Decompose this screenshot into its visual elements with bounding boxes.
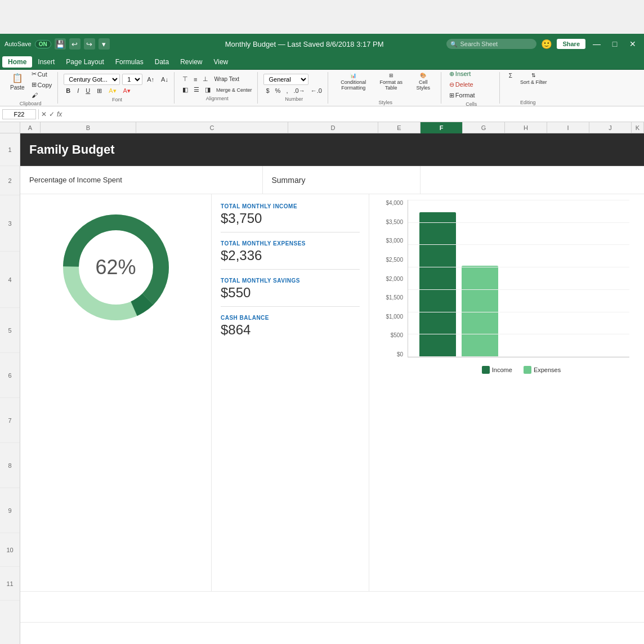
align-right-button[interactable]: ◨: [203, 85, 213, 95]
number-group: General $ % , .0→ ←.0 Number: [260, 72, 328, 104]
align-middle-button[interactable]: ≡: [191, 75, 199, 84]
percent-button[interactable]: %: [273, 86, 283, 95]
fill-color-button[interactable]: A▾: [106, 86, 118, 96]
menu-data[interactable]: Data: [149, 56, 175, 68]
y-label-3000: $3,000: [386, 238, 403, 244]
col-header-c[interactable]: C: [136, 122, 288, 133]
font-color-button[interactable]: A▾: [121, 86, 133, 96]
align-left-button[interactable]: ◧: [180, 85, 190, 95]
grid-content: Family Budget Percentage of Income Spent…: [20, 133, 644, 644]
copy-icon: ⊞: [32, 81, 37, 88]
chart-legend: Income Expenses: [408, 360, 635, 380]
col-header-j[interactable]: J: [589, 122, 632, 133]
savings-label: TOTAL MONTHLY SAVINGS: [221, 278, 360, 284]
font-selector[interactable]: Century Got...: [64, 74, 120, 85]
expenses-value: $2,336: [221, 248, 360, 263]
decrease-font-button[interactable]: A↓: [159, 75, 171, 84]
bars-container: [408, 200, 629, 357]
row-num-5: 5: [0, 308, 20, 353]
currency-button[interactable]: $: [263, 86, 271, 95]
minimize-icon[interactable]: —: [590, 37, 603, 51]
delete-cells-button[interactable]: ⊖ Delete: [447, 80, 477, 90]
percentage-income-label: Percentage of Income Spent: [20, 166, 262, 194]
col-header-g[interactable]: G: [463, 122, 505, 133]
customize-icon[interactable]: ▾: [99, 38, 110, 50]
fx-label: fx: [57, 110, 62, 118]
confirm-formula-icon[interactable]: ✓: [49, 110, 55, 118]
wrap-text-button[interactable]: Wrap Text: [212, 75, 242, 83]
title-bar-left: AutoSave ON 💾 ↩ ↪ ▾: [5, 38, 162, 50]
title-bar-right: 🔍 🙂 Share — □ ✕: [446, 37, 639, 51]
merge-center-button[interactable]: Merge & Center: [214, 86, 254, 94]
col-header-e[interactable]: E: [378, 122, 421, 133]
paste-button[interactable]: 📋 Paste: [7, 70, 28, 99]
align-bottom-button[interactable]: ⊥: [200, 74, 211, 84]
ribbon: 📋 Paste ✂ Cut ⊞ Copy 🖌 Clipboard Century…: [0, 70, 644, 106]
col-header-h[interactable]: H: [505, 122, 547, 133]
italic-button[interactable]: I: [75, 86, 81, 95]
menu-page-layout[interactable]: Page Layout: [60, 56, 109, 68]
donut-percent-label: 62%: [95, 256, 136, 279]
y-label-2500: $2,500: [386, 257, 403, 263]
menu-review[interactable]: Review: [175, 56, 208, 68]
income-value: $3,750: [221, 211, 360, 226]
save-icon[interactable]: 💾: [55, 38, 66, 50]
title-row: Family Budget: [20, 133, 644, 166]
format-as-table-button[interactable]: ⊞ Format as Table: [374, 70, 408, 99]
chart-area-header: [420, 166, 645, 194]
menu-view[interactable]: View: [208, 56, 234, 68]
clipboard-group: 📋 Paste ✂ Cut ⊞ Copy 🖌 Clipboard: [3, 72, 58, 104]
expenses-bar: [462, 266, 498, 357]
decrease-decimal-button[interactable]: ←.0: [308, 86, 324, 95]
search-input[interactable]: [446, 39, 536, 49]
share-button[interactable]: Share: [557, 39, 585, 49]
row-2: Percentage of Income Spent Summary: [20, 166, 644, 194]
cut-button[interactable]: ✂ Cut: [29, 69, 55, 79]
row-10: [20, 591, 644, 622]
border-button[interactable]: ⊞: [95, 86, 104, 96]
autosave-toggle[interactable]: ON: [35, 40, 51, 48]
col-header-i[interactable]: I: [547, 122, 589, 133]
font-size-selector[interactable]: 11: [122, 74, 142, 85]
menu-insert[interactable]: Insert: [32, 56, 60, 68]
y-label-0: $0: [397, 351, 403, 357]
col-header-f[interactable]: F: [421, 122, 463, 133]
menu-home[interactable]: Home: [2, 56, 32, 68]
spreadsheet-area: 1 2 3 4 5 6 7 8 9 10 11 Family Budget Pe…: [0, 133, 644, 644]
balance-label: CASH BALANCE: [221, 315, 360, 321]
underline-button[interactable]: U: [83, 86, 92, 95]
format-painter-button[interactable]: 🖌: [29, 91, 55, 100]
document-title: Monthly Budget — Last Saved 8/6/2018 3:1…: [162, 40, 446, 48]
col-header-d[interactable]: D: [288, 122, 378, 133]
cell-reference-input[interactable]: [2, 109, 36, 119]
align-center-button[interactable]: ☰: [191, 85, 202, 95]
main-content: 62% TOTAL MONTHLY INCOME $3,750 TOTAL MO…: [20, 194, 644, 591]
insert-cells-button[interactable]: ⊕ Insert: [447, 69, 477, 79]
bold-button[interactable]: B: [64, 86, 73, 95]
col-header-b[interactable]: B: [41, 122, 136, 133]
redo-icon[interactable]: ↪: [84, 38, 95, 50]
format-cells-button[interactable]: ⊞ Format: [447, 91, 477, 100]
copy-button[interactable]: ⊞ Copy: [29, 80, 55, 90]
col-header-a[interactable]: A: [20, 122, 41, 133]
column-headers: A B C D E F G H I J K: [0, 122, 644, 133]
bar-chart-section: $4,000 $3,500 $3,000 $2,500 $2,000 $1,50…: [369, 194, 644, 591]
conditional-formatting-button[interactable]: 📊 Conditional Formatting: [334, 70, 373, 99]
number-format-selector[interactable]: General: [263, 74, 308, 85]
comma-button[interactable]: ,: [284, 86, 290, 95]
col-header-k[interactable]: K: [632, 122, 644, 133]
income-bar: [419, 212, 456, 357]
sort-filter-button[interactable]: ⇅ Sort & Filter: [517, 70, 551, 99]
increase-font-button[interactable]: A↑: [145, 75, 156, 84]
maximize-icon[interactable]: □: [608, 37, 621, 51]
formula-input[interactable]: [64, 109, 642, 119]
menu-formulas[interactable]: Formulas: [110, 56, 149, 68]
cell-styles-button[interactable]: 🎨 Cell Styles: [409, 70, 437, 99]
number-label: Number: [263, 96, 324, 102]
sum-button[interactable]: Σ: [506, 70, 516, 99]
cancel-formula-icon[interactable]: ✕: [41, 110, 47, 118]
close-icon[interactable]: ✕: [626, 37, 639, 51]
undo-icon[interactable]: ↩: [69, 38, 80, 50]
increase-decimal-button[interactable]: .0→: [291, 86, 307, 95]
align-top-button[interactable]: ⊤: [180, 74, 190, 84]
